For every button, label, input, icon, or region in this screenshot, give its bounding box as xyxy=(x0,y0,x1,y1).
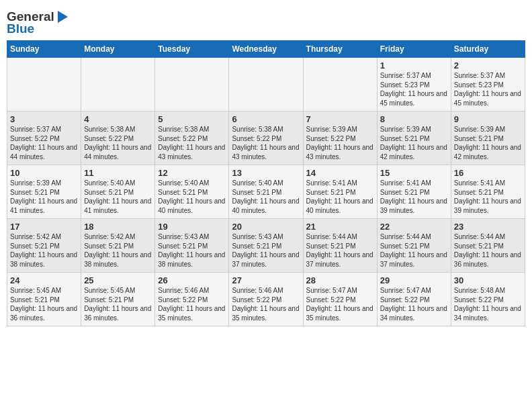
calendar-cell-2-7: 9Sunrise: 5:39 AM Sunset: 5:21 PM Daylig… xyxy=(451,111,525,165)
day-number: 17 xyxy=(10,222,78,232)
calendar-cell-1-3 xyxy=(155,58,229,111)
weekday-header-sunday: Sunday xyxy=(7,41,81,58)
calendar-cell-3-3: 12Sunrise: 5:40 AM Sunset: 5:21 PM Dayli… xyxy=(155,165,229,219)
calendar-cell-5-3: 26Sunrise: 5:46 AM Sunset: 5:22 PM Dayli… xyxy=(155,273,229,326)
calendar-cell-3-5: 14Sunrise: 5:41 AM Sunset: 5:21 PM Dayli… xyxy=(303,165,377,219)
weekday-header-monday: Monday xyxy=(81,41,155,58)
week-row-1: 1Sunrise: 5:37 AM Sunset: 5:23 PM Daylig… xyxy=(7,58,525,111)
day-info: Sunrise: 5:39 AM Sunset: 5:22 PM Dayligh… xyxy=(306,125,374,161)
calendar-cell-4-6: 22Sunrise: 5:44 AM Sunset: 5:21 PM Dayli… xyxy=(377,219,451,273)
day-number: 22 xyxy=(380,222,448,232)
weekday-header-row: SundayMondayTuesdayWednesdayThursdayFrid… xyxy=(7,41,525,58)
day-info: Sunrise: 5:39 AM Sunset: 5:21 PM Dayligh… xyxy=(454,125,522,161)
calendar-cell-4-4: 20Sunrise: 5:43 AM Sunset: 5:21 PM Dayli… xyxy=(229,219,303,273)
weekday-header-saturday: Saturday xyxy=(451,41,525,58)
day-info: Sunrise: 5:42 AM Sunset: 5:21 PM Dayligh… xyxy=(84,232,152,269)
day-info: Sunrise: 5:44 AM Sunset: 5:21 PM Dayligh… xyxy=(380,232,448,269)
calendar-cell-2-5: 7Sunrise: 5:39 AM Sunset: 5:22 PM Daylig… xyxy=(303,111,377,165)
calendar-cell-5-6: 29Sunrise: 5:47 AM Sunset: 5:22 PM Dayli… xyxy=(377,273,451,326)
day-info: Sunrise: 5:47 AM Sunset: 5:22 PM Dayligh… xyxy=(380,286,448,322)
day-number: 15 xyxy=(380,168,448,178)
weekday-header-wednesday: Wednesday xyxy=(229,41,303,58)
day-number: 20 xyxy=(232,222,300,232)
calendar-cell-3-6: 15Sunrise: 5:41 AM Sunset: 5:21 PM Dayli… xyxy=(377,165,451,219)
day-number: 13 xyxy=(232,168,300,178)
day-number: 3 xyxy=(10,114,78,124)
calendar-cell-2-3: 5Sunrise: 5:38 AM Sunset: 5:22 PM Daylig… xyxy=(155,111,229,165)
day-number: 4 xyxy=(84,114,152,124)
calendar-cell-2-1: 3Sunrise: 5:37 AM Sunset: 5:22 PM Daylig… xyxy=(7,111,81,165)
calendar-cell-5-2: 25Sunrise: 5:45 AM Sunset: 5:21 PM Dayli… xyxy=(81,273,155,326)
calendar-cell-1-1 xyxy=(7,58,81,111)
day-number: 7 xyxy=(306,114,374,124)
week-row-2: 3Sunrise: 5:37 AM Sunset: 5:22 PM Daylig… xyxy=(7,111,525,165)
weekday-header-tuesday: Tuesday xyxy=(155,41,229,58)
calendar-cell-3-7: 16Sunrise: 5:41 AM Sunset: 5:21 PM Dayli… xyxy=(451,165,525,219)
day-number: 5 xyxy=(158,114,226,124)
calendar-cell-1-4 xyxy=(229,58,303,111)
calendar-cell-3-4: 13Sunrise: 5:40 AM Sunset: 5:21 PM Dayli… xyxy=(229,165,303,219)
day-info: Sunrise: 5:44 AM Sunset: 5:21 PM Dayligh… xyxy=(306,232,374,269)
day-number: 10 xyxy=(10,168,78,178)
calendar-cell-3-2: 11Sunrise: 5:40 AM Sunset: 5:21 PM Dayli… xyxy=(81,165,155,219)
calendar-cell-3-1: 10Sunrise: 5:39 AM Sunset: 5:21 PM Dayli… xyxy=(7,165,81,219)
calendar-cell-5-5: 28Sunrise: 5:47 AM Sunset: 5:22 PM Dayli… xyxy=(303,273,377,326)
calendar-cell-4-2: 18Sunrise: 5:42 AM Sunset: 5:21 PM Dayli… xyxy=(81,219,155,273)
day-number: 30 xyxy=(454,275,522,285)
calendar-cell-1-6: 1Sunrise: 5:37 AM Sunset: 5:23 PM Daylig… xyxy=(377,58,451,111)
day-info: Sunrise: 5:37 AM Sunset: 5:22 PM Dayligh… xyxy=(10,125,78,161)
day-number: 2 xyxy=(454,60,522,71)
calendar-cell-2-4: 6Sunrise: 5:38 AM Sunset: 5:22 PM Daylig… xyxy=(229,111,303,165)
day-info: Sunrise: 5:38 AM Sunset: 5:22 PM Dayligh… xyxy=(158,125,226,161)
week-row-5: 24Sunrise: 5:45 AM Sunset: 5:21 PM Dayli… xyxy=(7,273,525,326)
day-number: 28 xyxy=(306,275,374,285)
day-info: Sunrise: 5:44 AM Sunset: 5:21 PM Dayligh… xyxy=(454,232,522,269)
day-info: Sunrise: 5:37 AM Sunset: 5:23 PM Dayligh… xyxy=(380,71,448,107)
calendar-table: SundayMondayTuesdayWednesdayThursdayFrid… xyxy=(7,40,525,326)
calendar-cell-4-3: 19Sunrise: 5:43 AM Sunset: 5:21 PM Dayli… xyxy=(155,219,229,273)
day-number: 11 xyxy=(84,168,152,178)
calendar-cell-1-7: 2Sunrise: 5:37 AM Sunset: 5:23 PM Daylig… xyxy=(451,58,525,111)
day-info: Sunrise: 5:38 AM Sunset: 5:22 PM Dayligh… xyxy=(232,125,300,161)
logo: General Blue xyxy=(7,7,68,36)
day-info: Sunrise: 5:38 AM Sunset: 5:22 PM Dayligh… xyxy=(84,125,152,161)
week-row-4: 17Sunrise: 5:42 AM Sunset: 5:21 PM Dayli… xyxy=(7,219,525,273)
day-number: 27 xyxy=(232,275,300,285)
calendar-cell-2-2: 4Sunrise: 5:38 AM Sunset: 5:22 PM Daylig… xyxy=(81,111,155,165)
day-info: Sunrise: 5:42 AM Sunset: 5:21 PM Dayligh… xyxy=(10,232,78,269)
day-info: Sunrise: 5:45 AM Sunset: 5:21 PM Dayligh… xyxy=(84,286,152,322)
day-number: 6 xyxy=(232,114,300,124)
page-header: General Blue xyxy=(7,7,525,36)
day-info: Sunrise: 5:41 AM Sunset: 5:21 PM Dayligh… xyxy=(380,179,448,215)
day-number: 1 xyxy=(380,60,448,71)
calendar-cell-5-4: 27Sunrise: 5:46 AM Sunset: 5:22 PM Dayli… xyxy=(229,273,303,326)
calendar-cell-1-2 xyxy=(81,58,155,111)
day-info: Sunrise: 5:43 AM Sunset: 5:21 PM Dayligh… xyxy=(232,232,300,269)
day-info: Sunrise: 5:43 AM Sunset: 5:21 PM Dayligh… xyxy=(158,232,226,269)
day-info: Sunrise: 5:39 AM Sunset: 5:21 PM Dayligh… xyxy=(10,179,78,215)
day-info: Sunrise: 5:37 AM Sunset: 5:23 PM Dayligh… xyxy=(454,71,522,107)
day-number: 19 xyxy=(158,222,226,232)
day-number: 23 xyxy=(454,222,522,232)
day-info: Sunrise: 5:46 AM Sunset: 5:22 PM Dayligh… xyxy=(232,286,300,322)
day-number: 26 xyxy=(158,275,226,285)
day-info: Sunrise: 5:40 AM Sunset: 5:21 PM Dayligh… xyxy=(158,179,226,215)
week-row-3: 10Sunrise: 5:39 AM Sunset: 5:21 PM Dayli… xyxy=(7,165,525,219)
day-number: 8 xyxy=(380,114,448,124)
day-info: Sunrise: 5:41 AM Sunset: 5:21 PM Dayligh… xyxy=(454,179,522,215)
day-number: 9 xyxy=(454,114,522,124)
day-number: 21 xyxy=(306,222,374,232)
logo-blue-text: Blue xyxy=(7,21,34,36)
day-info: Sunrise: 5:40 AM Sunset: 5:21 PM Dayligh… xyxy=(84,179,152,215)
day-info: Sunrise: 5:45 AM Sunset: 5:21 PM Dayligh… xyxy=(10,286,78,322)
day-number: 24 xyxy=(10,275,78,285)
calendar-cell-4-5: 21Sunrise: 5:44 AM Sunset: 5:21 PM Dayli… xyxy=(303,219,377,273)
calendar-cell-4-7: 23Sunrise: 5:44 AM Sunset: 5:21 PM Dayli… xyxy=(451,219,525,273)
day-info: Sunrise: 5:40 AM Sunset: 5:21 PM Dayligh… xyxy=(232,179,300,215)
calendar-cell-1-5 xyxy=(303,58,377,111)
day-info: Sunrise: 5:46 AM Sunset: 5:22 PM Dayligh… xyxy=(158,286,226,322)
day-number: 18 xyxy=(84,222,152,232)
day-number: 16 xyxy=(454,168,522,178)
calendar-cell-5-1: 24Sunrise: 5:45 AM Sunset: 5:21 PM Dayli… xyxy=(7,273,81,326)
day-info: Sunrise: 5:47 AM Sunset: 5:22 PM Dayligh… xyxy=(306,286,374,322)
